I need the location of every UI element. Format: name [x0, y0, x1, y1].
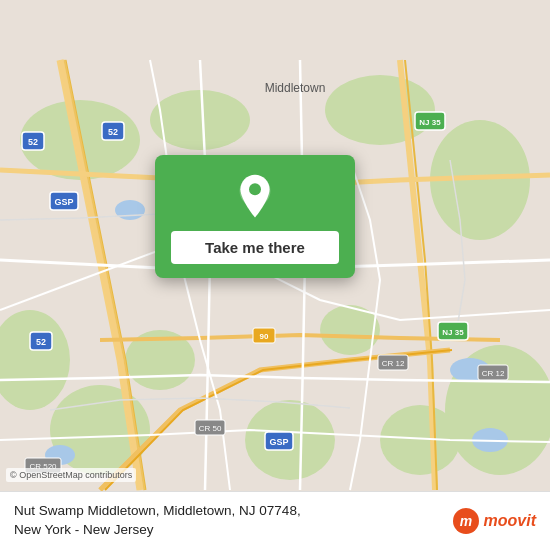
svg-text:GSP: GSP — [54, 197, 73, 207]
svg-text:CR 50: CR 50 — [199, 424, 222, 433]
moovit-logo: m moovit — [452, 507, 536, 535]
svg-text:CR 12: CR 12 — [482, 369, 505, 378]
svg-text:52: 52 — [28, 137, 38, 147]
svg-text:52: 52 — [36, 337, 46, 347]
map-attribution: © OpenStreetMap contributors — [6, 468, 136, 482]
location-pin-icon — [231, 173, 279, 221]
svg-point-42 — [249, 183, 261, 195]
svg-text:NJ 35: NJ 35 — [442, 328, 464, 337]
svg-point-12 — [115, 200, 145, 220]
svg-text:GSP: GSP — [269, 437, 288, 447]
location-name: Nut Swamp Middletown, Middletown, NJ 077… — [14, 503, 301, 518]
svg-point-3 — [325, 75, 435, 145]
svg-text:52: 52 — [108, 127, 118, 137]
location-region: New York - New Jersey — [14, 522, 154, 537]
popup-card: Take me there — [155, 155, 355, 278]
map-container: 52 52 52 NJ 35 NJ 35 GSP GSP 90 CR 12 CR… — [0, 0, 550, 550]
moovit-wordmark: moovit — [484, 512, 536, 530]
take-me-there-button[interactable]: Take me there — [171, 231, 339, 264]
svg-text:90: 90 — [260, 332, 269, 341]
svg-text:Middletown: Middletown — [265, 81, 326, 95]
moovit-icon: m — [452, 507, 480, 535]
svg-text:NJ 35: NJ 35 — [419, 118, 441, 127]
svg-text:m: m — [459, 513, 471, 529]
bottom-info-bar: Nut Swamp Middletown, Middletown, NJ 077… — [0, 491, 550, 550]
location-info: Nut Swamp Middletown, Middletown, NJ 077… — [14, 502, 442, 540]
svg-text:CR 12: CR 12 — [382, 359, 405, 368]
